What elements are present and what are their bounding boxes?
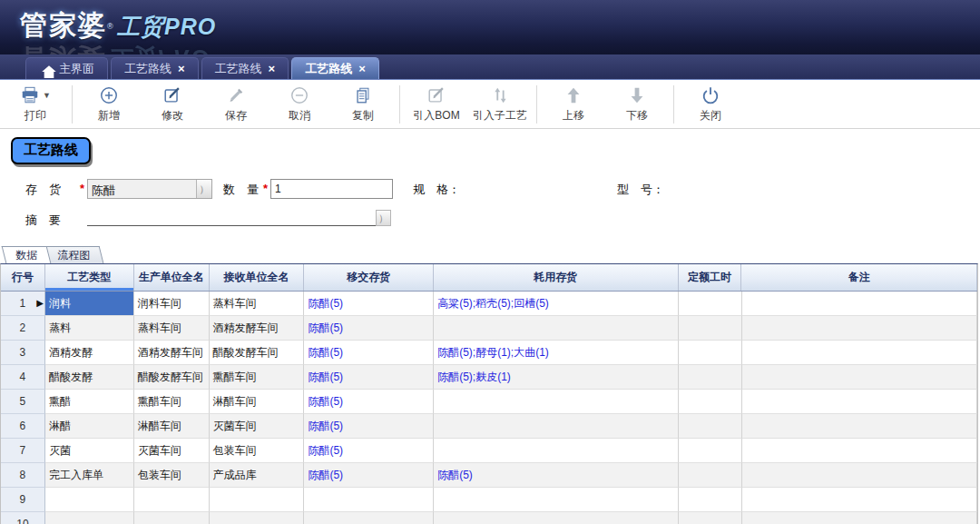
grid-header-cell[interactable]: 接收单位全名	[210, 264, 305, 291]
table-cell[interactable]: 陈醋(5);麸皮(1)	[434, 365, 678, 390]
table-cell[interactable]	[742, 316, 978, 341]
table-cell[interactable]	[434, 488, 678, 512]
window-tab-1[interactable]: 工艺路线×	[111, 57, 199, 79]
table-cell[interactable]	[679, 463, 742, 488]
model-label: 型 号：	[617, 182, 664, 198]
table-cell[interactable]: 高粱(5);稻壳(5);回槽(5)	[434, 292, 678, 316]
table-cell[interactable]	[210, 512, 305, 524]
table-cell[interactable]	[742, 414, 978, 439]
table-cell[interactable]: 灭菌车间	[210, 414, 305, 439]
table-cell[interactable]: 包装车间	[134, 463, 210, 488]
summary-input[interactable]	[87, 208, 376, 226]
print-button[interactable]: ▼打印	[4, 83, 67, 126]
table-cell[interactable]: 陈醋(5)	[304, 365, 434, 390]
grid-header-cell[interactable]: 备注	[741, 264, 977, 291]
table-cell[interactable]: 醋酸发酵车间	[134, 365, 210, 390]
table-cell[interactable]: 熏醋车间	[210, 365, 305, 390]
table-cell[interactable]: 陈醋(5);酵母(1);大曲(1)	[434, 341, 678, 365]
quantity-input[interactable]	[270, 179, 393, 199]
table-cell[interactable]: 蒸料	[45, 316, 134, 341]
table-cell[interactable]: 陈醋(5)	[304, 292, 434, 316]
table-cell[interactable]	[679, 390, 742, 414]
table-cell[interactable]	[742, 488, 978, 512]
add-button[interactable]: 新增	[77, 83, 141, 126]
table-cell[interactable]: 产成品库	[210, 463, 305, 488]
table-cell[interactable]	[434, 390, 678, 414]
table-cell[interactable]	[679, 292, 742, 316]
table-cell[interactable]: 灭菌车间	[134, 439, 210, 463]
grid-header-cell[interactable]: 行号	[1, 264, 45, 291]
table-cell[interactable]	[45, 512, 134, 524]
caret-down-icon[interactable]: ▼	[43, 91, 51, 100]
table-cell[interactable]	[679, 488, 742, 512]
window-tab-label: 工艺路线	[305, 61, 352, 77]
table-cell[interactable]	[434, 512, 678, 524]
tab-close-icon[interactable]: ×	[269, 63, 276, 74]
table-cell[interactable]	[679, 365, 742, 390]
grid-header-cell[interactable]: 定额工时	[679, 264, 742, 291]
inventory-field[interactable]: 陈醋 ）	[87, 179, 212, 199]
table-cell[interactable]	[434, 316, 678, 341]
grid-header-cell[interactable]: 工艺类型	[45, 264, 134, 291]
table-cell[interactable]	[742, 439, 978, 463]
table-cell[interactable]	[134, 512, 210, 524]
table-cell[interactable]	[679, 341, 742, 365]
table-cell[interactable]: 陈醋(5)	[304, 341, 434, 365]
table-cell[interactable]	[304, 512, 434, 524]
table-cell[interactable]	[45, 488, 134, 512]
table-cell[interactable]: 酒精发酵车间	[210, 316, 305, 341]
table-cell[interactable]	[742, 292, 978, 316]
table-cell[interactable]	[679, 512, 742, 524]
table-cell[interactable]: 灭菌	[45, 439, 134, 463]
table-cell[interactable]: 淋醋车间	[210, 390, 305, 414]
table-cell[interactable]: 陈醋(5)	[304, 316, 434, 341]
table-cell[interactable]: 完工入库单	[45, 463, 134, 488]
table-cell[interactable]	[742, 512, 978, 524]
table-cell[interactable]	[134, 488, 210, 512]
table-cell[interactable]: 润料车间	[134, 292, 210, 316]
table-cell[interactable]	[210, 488, 305, 512]
table-cell[interactable]	[679, 414, 742, 439]
table-cell[interactable]: 陈醋(5)	[304, 390, 434, 414]
window-tab-2[interactable]: 工艺路线×	[201, 57, 289, 79]
table-cell[interactable]: 熏醋	[45, 390, 134, 414]
table-cell[interactable]: 陈醋(5)	[304, 439, 434, 463]
table-cell[interactable]	[742, 341, 978, 365]
tab-close-icon[interactable]: ×	[358, 63, 366, 74]
table-cell[interactable]	[434, 439, 678, 463]
close-button[interactable]: 关闭	[679, 83, 742, 126]
grid-header-cell[interactable]: 移交存货	[304, 264, 434, 291]
table-cell[interactable]: 蒸料车间	[134, 316, 210, 341]
table-cell[interactable]: 陈醋(5)	[434, 463, 678, 488]
table-cell[interactable]	[742, 365, 978, 390]
table-cell[interactable]: 蒸料车间	[210, 292, 305, 316]
window-tab-home[interactable]: 主界面	[25, 57, 108, 79]
table-cell[interactable]: 醋酸发酵车间	[210, 341, 305, 365]
table-cell[interactable]: 醋酸发酵	[45, 365, 134, 390]
table-cell[interactable]	[434, 414, 678, 439]
table-cell[interactable]: 包装车间	[210, 439, 305, 463]
table-cell[interactable]: 酒精发酵车间	[134, 341, 210, 365]
summary-dropdown-icon[interactable]: ）	[376, 210, 391, 226]
table-cell[interactable]: 润料	[45, 292, 134, 316]
table-cell[interactable]	[679, 439, 742, 463]
table-cell[interactable]: 陈醋(5)	[304, 414, 434, 439]
tab-close-icon[interactable]: ×	[178, 63, 185, 74]
table-cell[interactable]: 酒精发酵	[45, 341, 134, 365]
table-cell[interactable]	[742, 390, 978, 414]
table-cell[interactable]	[679, 316, 742, 341]
inventory-dropdown-icon[interactable]: ）	[196, 180, 211, 198]
window-tab-3[interactable]: 工艺路线×	[291, 57, 379, 79]
table-cell[interactable]: 熏醋车间	[134, 390, 210, 414]
copy-button[interactable]: 复制	[331, 83, 395, 126]
table-cell[interactable]	[742, 463, 978, 488]
subtab-data[interactable]: 数据	[2, 246, 52, 263]
edit-button[interactable]: 修改	[141, 83, 204, 126]
table-cell[interactable]	[304, 488, 434, 512]
table-cell[interactable]: 淋醋车间	[134, 414, 210, 439]
grid-header-cell[interactable]: 生产单位全名	[134, 264, 210, 291]
table-cell[interactable]: 淋醋	[45, 414, 134, 439]
grid-header-cell[interactable]: 耗用存货	[434, 264, 679, 291]
table-cell[interactable]: 陈醋(5)	[304, 463, 434, 488]
subtab-flowchart[interactable]: 流程图	[44, 246, 104, 263]
